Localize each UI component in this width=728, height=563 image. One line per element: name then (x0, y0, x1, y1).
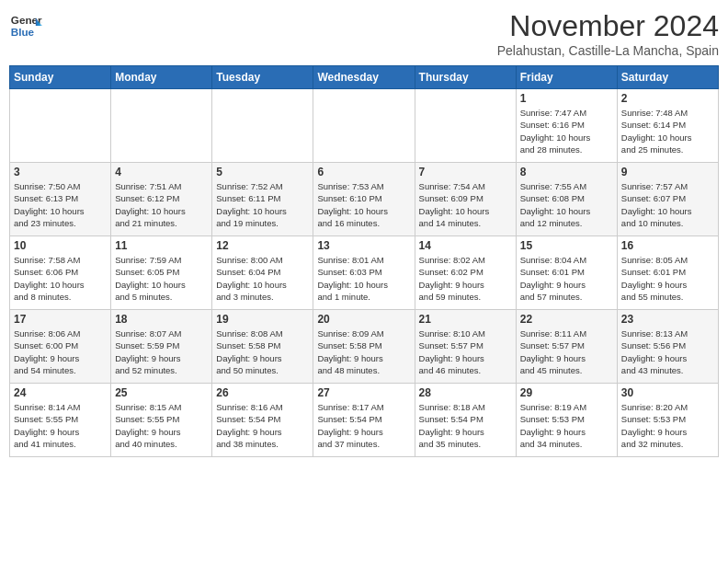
day-number: 10 (14, 239, 107, 252)
day-info: Sunrise: 8:10 AMSunset: 5:57 PMDaylight:… (419, 327, 512, 376)
day-info: Sunrise: 8:00 AMSunset: 6:04 PMDaylight:… (216, 254, 309, 303)
day-number: 13 (317, 239, 410, 252)
calendar-cell: 10Sunrise: 7:58 AMSunset: 6:06 PMDayligh… (10, 236, 111, 310)
day-number: 17 (14, 313, 107, 326)
day-info: Sunrise: 8:02 AMSunset: 6:02 PMDaylight:… (419, 254, 512, 303)
day-number: 22 (520, 313, 613, 326)
calendar-cell (415, 89, 516, 163)
svg-text:Blue: Blue (11, 26, 35, 38)
calendar-cell: 15Sunrise: 8:04 AMSunset: 6:01 PMDayligh… (516, 236, 617, 310)
day-number: 4 (115, 166, 208, 178)
day-info: Sunrise: 7:59 AMSunset: 6:05 PMDaylight:… (115, 254, 208, 303)
day-number: 29 (520, 386, 613, 399)
day-info: Sunrise: 7:54 AMSunset: 6:09 PMDaylight:… (419, 180, 512, 229)
day-info: Sunrise: 8:20 AMSunset: 5:53 PMDaylight:… (621, 401, 714, 450)
day-number: 18 (115, 313, 208, 326)
calendar-cell: 24Sunrise: 8:14 AMSunset: 5:55 PMDayligh… (10, 384, 111, 457)
calendar-cell: 26Sunrise: 8:16 AMSunset: 5:54 PMDayligh… (212, 384, 313, 457)
calendar-cell: 6Sunrise: 7:53 AMSunset: 6:10 PMDaylight… (313, 163, 415, 236)
day-info: Sunrise: 8:17 AMSunset: 5:54 PMDaylight:… (317, 401, 410, 450)
calendar-cell: 3Sunrise: 7:50 AMSunset: 6:13 PMDaylight… (10, 163, 111, 236)
day-number: 24 (14, 386, 107, 399)
calendar-cell: 7Sunrise: 7:54 AMSunset: 6:09 PMDaylight… (415, 163, 516, 236)
calendar-week-4: 17Sunrise: 8:06 AMSunset: 6:00 PMDayligh… (10, 310, 719, 384)
day-info: Sunrise: 8:18 AMSunset: 5:54 PMDaylight:… (419, 401, 512, 450)
weekday-header-monday: Monday (111, 66, 212, 89)
calendar-cell: 5Sunrise: 7:52 AMSunset: 6:11 PMDaylight… (212, 163, 313, 236)
day-info: Sunrise: 7:48 AMSunset: 6:14 PMDaylight:… (621, 107, 714, 155)
day-number: 26 (216, 386, 309, 399)
day-number: 28 (419, 386, 512, 399)
weekday-header-row: SundayMondayTuesdayWednesdayThursdayFrid… (10, 66, 719, 89)
day-info: Sunrise: 7:51 AMSunset: 6:12 PMDaylight:… (115, 180, 208, 229)
logo-icon: General Blue (9, 9, 42, 42)
calendar-cell (10, 89, 111, 163)
calendar-cell: 9Sunrise: 7:57 AMSunset: 6:07 PMDaylight… (617, 163, 718, 236)
calendar-cell: 29Sunrise: 8:19 AMSunset: 5:53 PMDayligh… (516, 384, 617, 457)
day-number: 1 (520, 92, 613, 105)
calendar-cell: 30Sunrise: 8:20 AMSunset: 5:53 PMDayligh… (617, 384, 718, 457)
weekday-header-thursday: Thursday (415, 66, 516, 89)
day-number: 12 (216, 239, 309, 252)
calendar-cell: 4Sunrise: 7:51 AMSunset: 6:12 PMDaylight… (111, 163, 212, 236)
calendar-cell: 11Sunrise: 7:59 AMSunset: 6:05 PMDayligh… (111, 236, 212, 310)
calendar-cell (313, 89, 415, 163)
day-number: 25 (115, 386, 208, 399)
day-info: Sunrise: 8:01 AMSunset: 6:03 PMDaylight:… (317, 254, 410, 303)
calendar-cell: 25Sunrise: 8:15 AMSunset: 5:55 PMDayligh… (111, 384, 212, 457)
day-number: 6 (317, 166, 410, 178)
calendar-week-2: 3Sunrise: 7:50 AMSunset: 6:13 PMDaylight… (10, 163, 719, 236)
day-info: Sunrise: 8:15 AMSunset: 5:55 PMDaylight:… (115, 401, 208, 450)
day-number: 3 (14, 166, 107, 178)
calendar-cell: 20Sunrise: 8:09 AMSunset: 5:58 PMDayligh… (313, 310, 415, 384)
weekday-header-sunday: Sunday (10, 66, 111, 89)
calendar-cell: 17Sunrise: 8:06 AMSunset: 6:00 PMDayligh… (10, 310, 111, 384)
calendar-cell: 12Sunrise: 8:00 AMSunset: 6:04 PMDayligh… (212, 236, 313, 310)
day-info: Sunrise: 8:05 AMSunset: 6:01 PMDaylight:… (621, 254, 714, 303)
day-number: 5 (216, 166, 309, 178)
calendar-cell: 1Sunrise: 7:47 AMSunset: 6:16 PMDaylight… (516, 89, 617, 163)
weekday-header-wednesday: Wednesday (313, 66, 415, 89)
calendar-cell: 22Sunrise: 8:11 AMSunset: 5:57 PMDayligh… (516, 310, 617, 384)
day-number: 27 (317, 386, 410, 399)
calendar-cell: 18Sunrise: 8:07 AMSunset: 5:59 PMDayligh… (111, 310, 212, 384)
calendar-cell (111, 89, 212, 163)
calendar-cell: 19Sunrise: 8:08 AMSunset: 5:58 PMDayligh… (212, 310, 313, 384)
day-info: Sunrise: 8:08 AMSunset: 5:58 PMDaylight:… (216, 327, 309, 376)
day-info: Sunrise: 7:52 AMSunset: 6:11 PMDaylight:… (216, 180, 309, 229)
month-title: November 2024 (497, 9, 719, 43)
day-info: Sunrise: 7:58 AMSunset: 6:06 PMDaylight:… (14, 254, 107, 303)
page-header: General Blue November 2024 Pelahustan, C… (9, 9, 719, 58)
calendar-week-5: 24Sunrise: 8:14 AMSunset: 5:55 PMDayligh… (10, 384, 719, 457)
calendar-cell: 27Sunrise: 8:17 AMSunset: 5:54 PMDayligh… (313, 384, 415, 457)
day-info: Sunrise: 8:19 AMSunset: 5:53 PMDaylight:… (520, 401, 613, 450)
calendar-cell: 23Sunrise: 8:13 AMSunset: 5:56 PMDayligh… (617, 310, 718, 384)
day-info: Sunrise: 7:55 AMSunset: 6:08 PMDaylight:… (520, 180, 613, 229)
day-number: 21 (419, 313, 512, 326)
calendar-cell: 2Sunrise: 7:48 AMSunset: 6:14 PMDaylight… (617, 89, 718, 163)
day-info: Sunrise: 8:09 AMSunset: 5:58 PMDaylight:… (317, 327, 410, 376)
day-info: Sunrise: 8:16 AMSunset: 5:54 PMDaylight:… (216, 401, 309, 450)
day-number: 19 (216, 313, 309, 326)
day-info: Sunrise: 8:06 AMSunset: 6:00 PMDaylight:… (14, 327, 107, 376)
day-number: 16 (621, 239, 714, 252)
day-info: Sunrise: 7:50 AMSunset: 6:13 PMDaylight:… (14, 180, 107, 229)
calendar-cell (212, 89, 313, 163)
weekday-header-tuesday: Tuesday (212, 66, 313, 89)
day-number: 8 (520, 166, 613, 178)
day-number: 14 (419, 239, 512, 252)
day-info: Sunrise: 8:14 AMSunset: 5:55 PMDaylight:… (14, 401, 107, 450)
calendar-cell: 14Sunrise: 8:02 AMSunset: 6:02 PMDayligh… (415, 236, 516, 310)
day-info: Sunrise: 7:53 AMSunset: 6:10 PMDaylight:… (317, 180, 410, 229)
day-info: Sunrise: 7:57 AMSunset: 6:07 PMDaylight:… (621, 180, 714, 229)
title-block: November 2024 Pelahustan, Castille-La Ma… (497, 9, 719, 58)
calendar-table: SundayMondayTuesdayWednesdayThursdayFrid… (9, 65, 719, 457)
weekday-header-friday: Friday (516, 66, 617, 89)
day-info: Sunrise: 7:47 AMSunset: 6:16 PMDaylight:… (520, 107, 613, 155)
day-number: 15 (520, 239, 613, 252)
calendar-cell: 28Sunrise: 8:18 AMSunset: 5:54 PMDayligh… (415, 384, 516, 457)
day-info: Sunrise: 8:13 AMSunset: 5:56 PMDaylight:… (621, 327, 714, 376)
day-info: Sunrise: 8:07 AMSunset: 5:59 PMDaylight:… (115, 327, 208, 376)
calendar-week-1: 1Sunrise: 7:47 AMSunset: 6:16 PMDaylight… (10, 89, 719, 163)
weekday-header-saturday: Saturday (617, 66, 718, 89)
